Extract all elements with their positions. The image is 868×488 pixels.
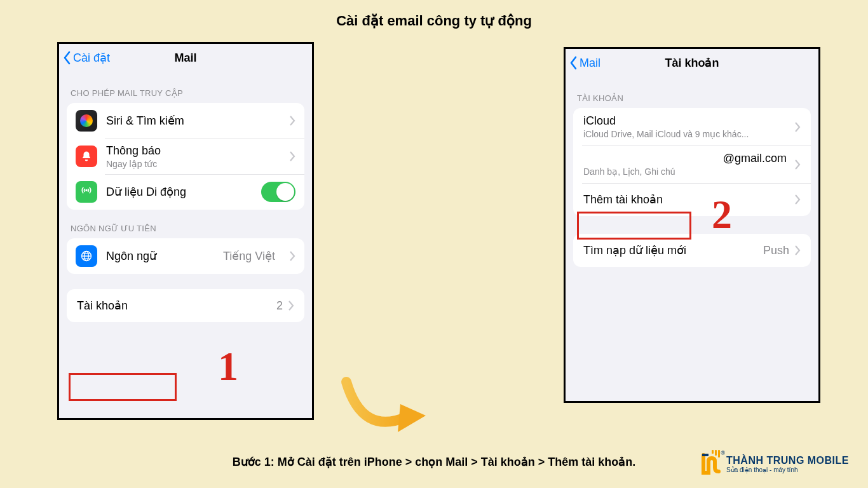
row-add-account[interactable]: Thêm tài khoản <box>573 183 811 216</box>
nav-title: Tài khoản <box>566 56 818 70</box>
back-label: Cài đặt <box>73 51 110 65</box>
back-button[interactable]: Cài đặt <box>59 51 110 65</box>
row-label: Thêm tài khoản <box>583 193 663 207</box>
cellular-toggle[interactable] <box>261 182 295 202</box>
arrow-icon <box>337 372 426 442</box>
list-fetch: Tìm nạp dữ liệu mới Push <box>573 234 811 267</box>
chevron-left-icon <box>569 56 578 70</box>
list-language: Ngôn ngữ Tiếng Việt <box>67 238 304 274</box>
chevron-right-icon <box>794 159 801 170</box>
row-sublabel: Danh bạ, Lịch, Ghi chú <box>583 166 789 177</box>
row-label: Thông báo Ngay lập tức <box>106 144 275 169</box>
row-label: Ngôn ngữ <box>106 249 156 263</box>
row-label: Siri & Tìm kiếm <box>106 114 275 128</box>
section-header-accounts: TÀI KHOẢN <box>566 77 818 108</box>
row-value: 2 <box>276 299 283 313</box>
row-label: iCloud <box>583 114 789 128</box>
chevron-left-icon <box>63 51 72 65</box>
row-label: Dữ liệu Di động <box>106 185 252 199</box>
row-sublabel: Ngay lập tức <box>106 159 275 169</box>
chevron-right-icon <box>289 116 295 126</box>
row-label: Tìm nạp dữ liệu mới <box>583 243 686 257</box>
row-notifications[interactable]: Thông báo Ngay lập tức <box>67 139 304 174</box>
globe-icon <box>76 245 97 267</box>
chevron-right-icon <box>794 122 801 132</box>
row-value: Tiếng Việt <box>223 249 275 263</box>
chevron-right-icon <box>289 151 295 161</box>
list-accounts: Tài khoản 2 <box>67 289 304 322</box>
brand-tagline: Sửa điện thoại - máy tính <box>726 466 849 473</box>
section-header-language: NGÔN NGỮ ƯU TIÊN <box>59 210 312 238</box>
svg-rect-2 <box>702 454 709 456</box>
row-fetch[interactable]: Tìm nạp dữ liệu mới Push <box>573 234 811 267</box>
row-sublabel: iCloud Drive, Mail iCloud và 9 mục khác.… <box>583 129 789 139</box>
page-title: Cài đặt email công ty tự động <box>0 0 868 29</box>
row-icloud[interactable]: iCloud iCloud Drive, Mail iCloud và 9 mụ… <box>573 108 811 146</box>
chevron-right-icon <box>794 194 801 205</box>
section-header-access: CHO PHÉP MAIL TRUY CẬP <box>59 72 312 103</box>
row-language[interactable]: Ngôn ngữ Tiếng Việt <box>67 238 304 274</box>
row-value: Push <box>763 244 789 257</box>
list-accounts: iCloud iCloud Drive, Mail iCloud và 9 mụ… <box>573 108 811 216</box>
phone-accounts: Mail Tài khoản TÀI KHOẢN iCloud iCloud D… <box>564 47 820 403</box>
chevron-right-icon <box>289 251 295 261</box>
row-accounts[interactable]: Tài khoản 2 <box>67 289 304 322</box>
chevron-right-icon <box>288 301 294 311</box>
row-gmail[interactable]: @gmail.com Danh bạ, Lịch, Ghi chú <box>573 146 811 183</box>
brand-logo: ® THÀNH TRUNG MOBILE Sửa điện thoại - má… <box>700 451 849 477</box>
back-label: Mail <box>580 57 600 70</box>
row-label: Tài khoản <box>77 299 128 313</box>
phone-mail-settings: Cài đặt Mail CHO PHÉP MAIL TRUY CẬP Siri… <box>57 42 314 420</box>
siri-icon <box>76 110 97 132</box>
row-siri[interactable]: Siri & Tìm kiếm <box>67 103 304 139</box>
brand-name: THÀNH TRUNG MOBILE <box>726 455 849 466</box>
annotation-number-1: 1 <box>218 343 238 390</box>
brand-mark-icon: ® <box>700 451 721 477</box>
bell-icon <box>76 146 97 167</box>
chevron-right-icon <box>794 245 801 255</box>
antenna-icon <box>76 181 97 203</box>
nav-bar: Cài đặt Mail <box>59 44 312 72</box>
row-label: @gmail.com <box>583 152 789 165</box>
back-button[interactable]: Mail <box>566 56 600 70</box>
list-access: Siri & Tìm kiếm Thông báo Ngay lập tức D… <box>67 103 304 210</box>
nav-bar: Mail Tài khoản <box>566 49 818 77</box>
row-cellular[interactable]: Dữ liệu Di động <box>67 174 304 210</box>
highlight-accounts <box>69 373 177 401</box>
